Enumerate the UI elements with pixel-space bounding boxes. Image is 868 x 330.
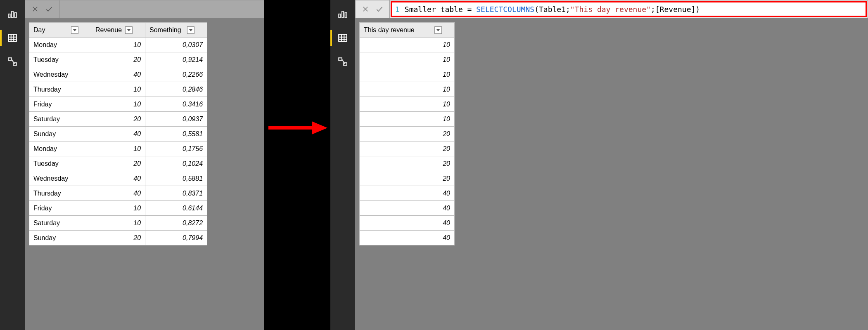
cell-day: Monday	[29, 141, 91, 156]
table-row[interactable]: Monday100,0307	[29, 38, 207, 52]
cell-something: 0,5581	[145, 127, 207, 141]
right-formula-input[interactable]: 1 Smaller table = SELECTCOLUMNS ( Table1…	[391, 1, 867, 17]
cell-day: Saturday	[29, 216, 91, 231]
table-row[interactable]: Monday100,1756	[29, 141, 207, 156]
table-row[interactable]: 40	[360, 186, 455, 201]
cancel-formula-button[interactable]	[29, 3, 41, 15]
table-row[interactable]: 10	[360, 112, 455, 127]
cell-revenue: 10	[91, 141, 145, 156]
cell-revenue: 10	[91, 38, 145, 52]
table-row[interactable]: Thursday100,2846	[29, 82, 207, 97]
cell-something: 0,6144	[145, 201, 207, 216]
cell-this-day-revenue: 10	[360, 38, 455, 52]
formula-arg-table: Table1	[539, 5, 566, 14]
formula-arg-column: [Revenue]	[655, 5, 696, 14]
model-view-icon[interactable]	[4, 54, 21, 70]
table-row[interactable]: 40	[360, 231, 455, 245]
cell-day: Thursday	[29, 186, 91, 201]
left-panel: DayRevenueSomething Monday100,0307Tuesda…	[0, 0, 264, 330]
svg-rect-19	[342, 12, 344, 18]
cell-this-day-revenue: 10	[360, 97, 455, 112]
confirm-formula-button[interactable]	[374, 3, 385, 15]
cell-something: 0,8272	[145, 216, 207, 231]
table-row[interactable]: Sunday200,7994	[29, 231, 207, 245]
cell-revenue: 20	[91, 231, 145, 245]
table-row[interactable]: 40	[360, 216, 455, 231]
table-row[interactable]: 40	[360, 201, 455, 216]
column-header[interactable]: Something	[145, 23, 207, 38]
left-grid-wrap: DayRevenueSomething Monday100,0307Tuesda…	[25, 18, 264, 245]
cell-revenue: 40	[91, 186, 145, 201]
cell-revenue: 40	[91, 67, 145, 82]
svg-rect-0	[8, 14, 10, 18]
cell-revenue: 10	[91, 97, 145, 112]
cell-something: 0,0937	[145, 112, 207, 127]
model-view-icon[interactable]	[334, 54, 351, 70]
svg-marker-15	[189, 29, 192, 31]
confirm-formula-button[interactable]	[43, 3, 55, 15]
table-row[interactable]: 20	[360, 127, 455, 141]
formula-sep: ;	[651, 5, 655, 14]
column-header-label: Revenue	[95, 26, 122, 34]
cell-something: 0,5881	[145, 171, 207, 186]
right-grid-wrap: This day revenue 10101010101020202020404…	[355, 18, 868, 245]
table-row[interactable]: Friday100,3416	[29, 97, 207, 112]
cell-this-day-revenue: 10	[360, 52, 455, 67]
data-view-icon[interactable]	[334, 30, 351, 46]
table-row[interactable]: 10	[360, 67, 455, 82]
table-row[interactable]: Tuesday200,1024	[29, 156, 207, 171]
table-row[interactable]: 20	[360, 141, 455, 156]
table-row[interactable]: 10	[360, 82, 455, 97]
report-view-icon[interactable]	[4, 6, 21, 22]
formula-open-paren: (	[534, 5, 539, 14]
column-filter-button[interactable]	[125, 26, 133, 34]
table-row[interactable]: Friday100,6144	[29, 201, 207, 216]
report-view-icon[interactable]	[334, 6, 351, 22]
table-row[interactable]: 10	[360, 38, 455, 52]
table-row[interactable]: Saturday100,8272	[29, 216, 207, 231]
table-row[interactable]: Wednesday400,5881	[29, 171, 207, 186]
right-formula-bar: 1 Smaller table = SELECTCOLUMNS ( Table1…	[355, 0, 868, 18]
formula-close-paren: )	[695, 5, 700, 14]
right-table: This day revenue 10101010101020202020404…	[359, 22, 455, 245]
cell-this-day-revenue: 10	[360, 112, 455, 127]
cell-day: Saturday	[29, 112, 91, 127]
cell-this-day-revenue: 40	[360, 231, 455, 245]
column-filter-button[interactable]	[187, 26, 194, 34]
cell-something: 0,2846	[145, 82, 207, 97]
cell-this-day-revenue: 10	[360, 67, 455, 82]
table-row[interactable]: 10	[360, 52, 455, 67]
cancel-formula-button[interactable]	[360, 3, 371, 15]
table-row[interactable]: 10	[360, 97, 455, 112]
left-formula-input[interactable]	[59, 0, 264, 18]
column-filter-button[interactable]	[434, 26, 442, 34]
table-row[interactable]: 20	[360, 171, 455, 186]
table-row[interactable]: Tuesday200,9214	[29, 52, 207, 67]
formula-line-number: 1	[395, 5, 400, 14]
table-row[interactable]: 20	[360, 156, 455, 171]
svg-rect-1	[12, 12, 13, 18]
column-filter-button[interactable]	[71, 26, 78, 34]
formula-arg-string: "This day revenue"	[570, 5, 651, 14]
column-header-label: This day revenue	[364, 26, 415, 34]
cell-something: 0,8371	[145, 186, 207, 201]
left-table: DayRevenueSomething Monday100,0307Tuesda…	[29, 22, 207, 245]
column-header[interactable]: Day	[29, 23, 91, 38]
column-header[interactable]: Revenue	[91, 23, 145, 38]
cell-something: 0,1024	[145, 156, 207, 171]
cell-this-day-revenue: 10	[360, 82, 455, 97]
data-view-icon[interactable]	[4, 30, 21, 46]
table-row[interactable]: Wednesday400,2266	[29, 67, 207, 82]
svg-rect-8	[8, 58, 12, 61]
right-main: 1 Smaller table = SELECTCOLUMNS ( Table1…	[355, 0, 868, 330]
arrow-icon	[266, 120, 328, 136]
svg-marker-13	[73, 29, 76, 31]
cell-day: Monday	[29, 38, 91, 52]
cell-something: 0,7994	[145, 231, 207, 245]
column-header[interactable]: This day revenue	[360, 23, 455, 38]
table-row[interactable]: Thursday400,8371	[29, 186, 207, 201]
cell-this-day-revenue: 20	[360, 141, 455, 156]
svg-rect-2	[14, 13, 16, 18]
table-row[interactable]: Saturday200,0937	[29, 112, 207, 127]
table-row[interactable]: Sunday400,5581	[29, 127, 207, 141]
